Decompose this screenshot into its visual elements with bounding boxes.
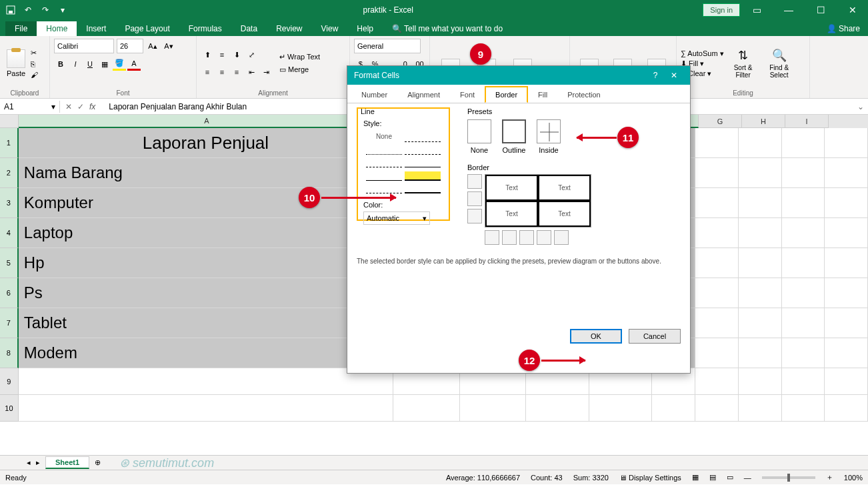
cell[interactable] xyxy=(695,248,739,278)
cell[interactable] xyxy=(825,218,868,248)
cell[interactable]: Laptop xyxy=(19,218,393,248)
line-style-dash1[interactable] xyxy=(405,133,441,142)
cell[interactable] xyxy=(825,338,868,368)
select-all-corner[interactable] xyxy=(0,115,19,128)
cell[interactable] xyxy=(739,128,782,158)
tab-view[interactable]: View xyxy=(312,21,348,36)
cell[interactable] xyxy=(695,368,739,395)
cell[interactable] xyxy=(782,395,825,422)
bold-button[interactable]: B xyxy=(54,57,67,71)
minimize-icon[interactable]: — xyxy=(773,0,804,20)
border-preview[interactable]: Text Text Text Text xyxy=(485,174,591,227)
preset-inside-button[interactable]: Inside xyxy=(537,119,561,154)
cell[interactable] xyxy=(589,395,653,422)
view-page-break-icon[interactable]: ▭ xyxy=(727,473,733,482)
name-box[interactable]: A1▾ xyxy=(0,101,60,113)
expand-formula-bar-icon[interactable]: ⌄ xyxy=(853,102,868,111)
cell[interactable]: Nama Barang xyxy=(19,158,393,188)
tell-me-search[interactable]: 🔍 Tell me what you want to do xyxy=(383,21,512,36)
undo-icon[interactable]: ↶ xyxy=(23,5,33,15)
tab-data[interactable]: Data xyxy=(231,21,267,36)
cell[interactable] xyxy=(695,338,739,368)
tab-nav-next-icon[interactable]: ▸ xyxy=(36,458,40,467)
wrap-text-button[interactable]: ↵ Wrap Text xyxy=(279,53,320,61)
cell[interactable] xyxy=(695,308,739,338)
cell[interactable] xyxy=(825,158,868,188)
chevron-down-icon[interactable]: ▾ xyxy=(51,102,55,111)
cell[interactable] xyxy=(782,218,825,248)
border-bottom-button[interactable] xyxy=(467,209,482,223)
dlg-tab-border[interactable]: Border xyxy=(485,86,528,103)
cell[interactable] xyxy=(739,368,782,395)
cell[interactable] xyxy=(739,218,782,248)
fx-icon[interactable]: fx xyxy=(89,102,99,111)
cell[interactable] xyxy=(825,395,868,422)
cell[interactable]: Ps xyxy=(19,278,393,308)
sort-filter-button[interactable]: ⇅Sort & Filter xyxy=(727,45,760,81)
view-normal-icon[interactable]: ▦ xyxy=(692,473,699,482)
cell[interactable] xyxy=(739,158,782,188)
cell[interactable] xyxy=(695,158,739,188)
line-style-dashdot[interactable] xyxy=(366,184,402,193)
cancel-formula-icon[interactable]: ✕ xyxy=(65,102,72,111)
border-right-button[interactable] xyxy=(537,230,551,245)
cell[interactable] xyxy=(782,248,825,278)
cell[interactable] xyxy=(825,248,868,278)
sheet-tab-active[interactable]: Sheet1 xyxy=(45,456,89,469)
add-sheet-icon[interactable]: ⊕ xyxy=(95,458,101,467)
increase-indent-icon[interactable]: ⇥ xyxy=(259,65,273,79)
orientation-icon[interactable]: ⤢ xyxy=(245,48,258,61)
cell[interactable] xyxy=(739,248,782,278)
cancel-button[interactable]: Cancel xyxy=(629,329,681,344)
align-bottom-icon[interactable]: ⬇ xyxy=(230,48,243,61)
ok-button[interactable]: OK xyxy=(570,329,622,344)
number-format-combo[interactable]: General xyxy=(354,39,421,53)
cell[interactable] xyxy=(782,158,825,188)
zoom-out-icon[interactable]: — xyxy=(744,474,751,482)
line-style-none[interactable]: None xyxy=(366,133,402,142)
share-button[interactable]: 👤 Share xyxy=(819,21,868,36)
cell[interactable] xyxy=(695,128,739,158)
decrease-indent-icon[interactable]: ⇤ xyxy=(245,65,258,79)
shrink-font-icon[interactable]: A▾ xyxy=(162,39,175,53)
cell[interactable] xyxy=(393,395,460,422)
row-header[interactable]: 7 xyxy=(0,308,19,338)
border-top-button[interactable] xyxy=(467,174,482,189)
font-color-button[interactable]: A xyxy=(127,57,141,71)
row-header[interactable]: 4 xyxy=(0,218,19,248)
line-style-selected[interactable] xyxy=(405,171,441,181)
font-size-combo[interactable]: 26 xyxy=(117,39,143,53)
zoom-level[interactable]: 100% xyxy=(844,474,863,482)
tab-page-layout[interactable]: Page Layout xyxy=(115,21,179,36)
zoom-slider[interactable] xyxy=(762,476,815,479)
cell[interactable] xyxy=(782,128,825,158)
line-style-dash3[interactable] xyxy=(366,158,402,167)
cell[interactable] xyxy=(782,368,825,395)
preset-none-button[interactable]: None xyxy=(467,119,491,154)
column-header[interactable]: I xyxy=(785,115,829,128)
align-center-icon[interactable]: ≡ xyxy=(215,65,229,79)
column-header[interactable]: H xyxy=(742,115,785,128)
cell[interactable] xyxy=(19,368,393,395)
preset-outline-button[interactable]: Outline xyxy=(502,119,526,154)
align-left-icon[interactable]: ≡ xyxy=(201,65,214,79)
display-settings-button[interactable]: 🖥 Display Settings xyxy=(619,474,681,482)
cell[interactable] xyxy=(695,278,739,308)
cell[interactable] xyxy=(782,278,825,308)
tab-insert[interactable]: Insert xyxy=(77,21,115,36)
cell[interactable] xyxy=(739,278,782,308)
tab-review[interactable]: Review xyxy=(267,21,311,36)
redo-icon[interactable]: ↷ xyxy=(40,5,51,15)
cell[interactable]: Komputer xyxy=(19,188,393,218)
line-style-dash2[interactable] xyxy=(405,145,441,155)
row-header[interactable]: 1 xyxy=(0,128,19,158)
cell[interactable] xyxy=(782,338,825,368)
dialog-titlebar[interactable]: Format Cells ? ✕ xyxy=(347,66,690,85)
find-select-button[interactable]: 🔍Find & Select xyxy=(763,45,796,81)
tab-nav-prev-icon[interactable]: ◂ xyxy=(27,458,31,467)
line-style-med[interactable] xyxy=(366,171,402,181)
cell[interactable]: Tablet xyxy=(19,308,393,338)
border-center-button[interactable] xyxy=(519,230,534,245)
line-style-thick[interactable] xyxy=(405,184,441,193)
grow-font-icon[interactable]: A▴ xyxy=(146,39,159,53)
